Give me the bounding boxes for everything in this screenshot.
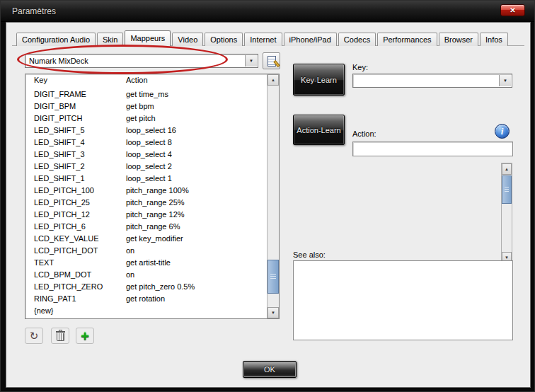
- tab-infos[interactable]: Infos: [480, 33, 508, 46]
- tab-internet[interactable]: Internet: [244, 33, 282, 46]
- mapping-action: loop_select 2: [126, 161, 172, 173]
- mapping-action: on: [126, 269, 134, 281]
- mapping-action: loop_select 16: [126, 125, 176, 137]
- mapping-row[interactable]: LED_SHIFT_4loop_select 8: [25, 137, 267, 149]
- tab-mappeurs[interactable]: Mappeurs: [125, 30, 171, 46]
- settings-dialog: Configuration AudioSkinMappeursVideoOpti…: [6, 22, 531, 388]
- scrollbar-thumb[interactable]: [268, 260, 279, 294]
- mapping-action: on: [126, 245, 134, 257]
- tab-options[interactable]: Options: [205, 33, 243, 46]
- mapping-row[interactable]: RING_PAT1get rotation: [25, 293, 267, 305]
- see-also-label: See also:: [293, 250, 326, 259]
- scrollbar-thumb[interactable]: [502, 175, 512, 204]
- mapping-key: LED_SHIFT_2: [34, 161, 85, 173]
- titlebar: Paramètres ✕: [1, 1, 534, 22]
- add-mapping-button[interactable]: +: [76, 328, 94, 344]
- mapping-page-icon: [268, 56, 276, 67]
- mapping-row[interactable]: LED_SHIFT_1loop_select 1: [25, 173, 267, 185]
- action-input[interactable]: [352, 142, 513, 156]
- plus-icon: +: [81, 330, 89, 342]
- mapping-key: LCD_BPM_DOT: [34, 269, 91, 281]
- mapping-action: pitch_range 100%: [126, 185, 189, 197]
- key-select[interactable]: ▼: [352, 74, 512, 88]
- mapping-key: LED_PITCH_ZERO: [34, 281, 103, 293]
- device-select-value: Numark MixDeck: [29, 54, 243, 67]
- column-header-key: Key: [34, 76, 47, 84]
- mapping-key: LED_SHIFT_5: [34, 125, 85, 137]
- mapping-key: LCD_PITCH_DOT: [34, 245, 98, 257]
- window-title: Paramètres: [12, 6, 56, 16]
- list-rows: DIGIT_FRAMEget time_msDIGIT_BPMget bpmDI…: [25, 88, 267, 318]
- tab-iphone-ipad[interactable]: iPhone/iPad: [284, 33, 337, 46]
- mapping-key: DIGIT_BPM: [34, 100, 76, 113]
- mapping-row[interactable]: LCD_BPM_DOTon: [25, 269, 267, 281]
- reload-icon: ↻: [30, 330, 39, 341]
- mapping-row[interactable]: DIGIT_PITCHget pitch: [25, 113, 267, 125]
- column-header-action: Action: [126, 76, 148, 84]
- key-label: Key:: [352, 63, 368, 71]
- mapping-key: TEXT: [34, 257, 54, 269]
- mapping-action: get pitch_zero 0.5%: [126, 281, 195, 293]
- mapping-action: loop_select 4: [126, 149, 172, 161]
- mapping-row[interactable]: DIGIT_FRAMEget time_ms: [25, 88, 267, 100]
- mapping-row[interactable]: {new}: [25, 305, 267, 317]
- mapping-row[interactable]: LED_PITCH_25pitch_range 25%: [25, 197, 267, 209]
- mapping-row[interactable]: LCD_KEY_VALUEget key_modifier: [25, 233, 267, 245]
- tab-codecs[interactable]: Codecs: [338, 33, 376, 46]
- mapping-row[interactable]: LED_SHIFT_2loop_select 2: [25, 161, 267, 173]
- close-icon: ✕: [510, 6, 515, 14]
- mapping-action: loop_select 1: [126, 173, 172, 185]
- tab-configuration-audio[interactable]: Configuration Audio: [16, 33, 96, 46]
- mapping-row[interactable]: LED_PITCH_6pitch_range 6%: [25, 221, 267, 233]
- scroll-up-icon[interactable]: ▲: [268, 74, 279, 86]
- key-select-value: [357, 74, 497, 87]
- action-learn-button[interactable]: Action-Learn: [293, 115, 345, 145]
- mapping-key: LCD_KEY_VALUE: [34, 233, 99, 245]
- edit-mapper-button[interactable]: [263, 52, 280, 69]
- mapping-key: RING_PAT1: [34, 293, 76, 305]
- mapping-row[interactable]: TEXTget artist-title: [25, 257, 267, 269]
- mapping-action: get rotation: [126, 293, 165, 305]
- mapping-row[interactable]: LED_SHIFT_5loop_select 16: [25, 125, 267, 137]
- mapping-list[interactable]: Key Action DIGIT_FRAMEget time_msDIGIT_B…: [25, 74, 280, 319]
- close-button[interactable]: ✕: [500, 4, 525, 16]
- tab-performances[interactable]: Performances: [377, 33, 437, 46]
- tab-video[interactable]: Video: [172, 33, 203, 46]
- description-scrollbar[interactable]: ▲ ▼: [501, 163, 512, 264]
- mapping-action: loop_select 8: [126, 137, 172, 149]
- delete-mapping-button[interactable]: [51, 328, 69, 344]
- mapping-key: LED_SHIFT_3: [34, 149, 85, 161]
- key-learn-button[interactable]: Key-Learn: [293, 64, 345, 96]
- chevron-down-icon[interactable]: ▼: [245, 55, 257, 67]
- mapping-action: get time_ms: [126, 88, 168, 100]
- mapping-action: get artist-title: [126, 257, 171, 269]
- see-also-list[interactable]: [293, 260, 513, 340]
- window-frame: Paramètres ✕ Configuration AudioSkinMapp…: [0, 0, 535, 392]
- mapping-row[interactable]: LED_PITCH_ZEROget pitch_zero 0.5%: [25, 281, 267, 293]
- info-icon[interactable]: i: [495, 124, 510, 139]
- mapping-key: LED_PITCH_25: [34, 197, 90, 209]
- action-label: Action:: [352, 129, 376, 138]
- tab-skin[interactable]: Skin: [97, 33, 123, 46]
- mapping-key: LED_PITCH_6: [34, 221, 86, 233]
- mapping-row[interactable]: LED_PITCH_12pitch_range 12%: [25, 209, 267, 221]
- list-header: Key Action: [25, 76, 267, 88]
- mapping-key: LED_PITCH_12: [34, 209, 90, 221]
- reset-mapping-button[interactable]: ↻: [25, 328, 43, 344]
- mapping-row[interactable]: LCD_PITCH_DOTon: [25, 245, 267, 257]
- mapping-key: LED_SHIFT_4: [34, 137, 85, 149]
- scroll-up-icon[interactable]: ▲: [502, 163, 512, 175]
- mapping-row[interactable]: LED_SHIFT_3loop_select 4: [25, 149, 267, 161]
- scroll-down-icon[interactable]: ▼: [268, 307, 279, 318]
- chevron-down-icon[interactable]: ▼: [499, 75, 511, 86]
- mapping-action: pitch_range 6%: [126, 221, 180, 233]
- ok-button[interactable]: OK: [243, 361, 297, 378]
- device-select[interactable]: Numark MixDeck ▼: [25, 54, 258, 68]
- mapping-action: get pitch: [126, 113, 156, 125]
- mapping-row[interactable]: DIGIT_BPMget bpm: [25, 100, 267, 113]
- list-scrollbar[interactable]: ▲ ▼: [267, 74, 279, 318]
- tab-browser[interactable]: Browser: [439, 33, 478, 46]
- mapping-action: pitch_range 25%: [126, 197, 185, 209]
- mapping-row[interactable]: LED_PITCH_100pitch_range 100%: [25, 185, 267, 197]
- mapping-key: DIGIT_FRAME: [34, 88, 86, 100]
